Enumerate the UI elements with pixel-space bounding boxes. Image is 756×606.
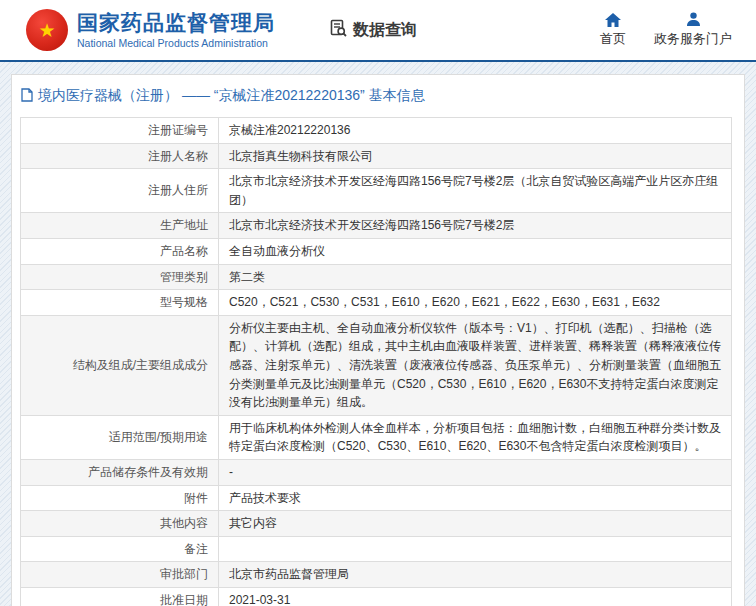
row-value: 北京市北京经济技术开发区经海四路156号院7号楼2层（北京自贸试验区高端产业片区…: [219, 169, 732, 213]
row-label: 备注: [21, 536, 219, 562]
data-query-icon: [329, 19, 348, 42]
row-label: 管理类别: [21, 264, 219, 290]
table-row: 注册证编号 京械注准20212220136: [21, 118, 732, 144]
table-row: 注册人住所 北京市北京经济技术开发区经海四路156号院7号楼2层（北京自贸试验区…: [21, 169, 732, 213]
content-container: 境内医疗器械（注册） —— “京械注准20212220136” 基本信息 注册证…: [11, 74, 745, 606]
table-row: 批准日期 2021-03-31: [21, 587, 732, 606]
table-row: 结构及组成/主要组成成分 分析仪主要由主机、全自动血液分析仪软件（版本号：V1）…: [21, 315, 732, 415]
data-query-label: 数据查询: [353, 20, 417, 41]
table-row: 其他内容 其它内容: [21, 511, 732, 537]
row-value: -: [219, 459, 732, 485]
table-row: 审批部门 北京市药品监督管理局: [21, 562, 732, 588]
table-row: 管理类别 第二类: [21, 264, 732, 290]
header-nav: 首页 政务服务门户: [600, 12, 742, 48]
nav-home[interactable]: 首页: [600, 12, 626, 48]
row-value: 北京指真生物科技有限公司: [219, 143, 732, 169]
row-value: 京械注准20212220136: [219, 118, 732, 144]
row-label: 结构及组成/主要组成成分: [21, 315, 219, 415]
site-header: ★ 国家药品监督管理局 National Medical Products Ad…: [0, 0, 756, 62]
table-row: 适用范围/预期用途 用于临床机构体外检测人体全血样本，分析项目包括：血细胞计数，…: [21, 415, 732, 459]
table-row: 产品储存条件及有效期 -: [21, 459, 732, 485]
row-label: 生产地址: [21, 213, 219, 239]
row-label: 型号规格: [21, 290, 219, 316]
row-value: 北京市北京经济技术开发区经海四路156号院7号楼2层: [219, 213, 732, 239]
row-label: 附件: [21, 485, 219, 511]
row-value: 全自动血液分析仪: [219, 238, 732, 264]
site-subtitle: National Medical Products Administration: [77, 37, 275, 49]
main-background: 境内医疗器械（注册） —— “京械注准20212220136” 基本信息 注册证…: [0, 62, 756, 606]
row-label: 审批部门: [21, 562, 219, 588]
table-row: 备注: [21, 536, 732, 562]
row-label: 适用范围/预期用途: [21, 415, 219, 459]
document-icon: [21, 88, 33, 105]
site-title: 国家药品监督管理局: [77, 11, 275, 35]
breadcrumb-text: 境内医疗器械（注册） —— “京械注准20212220136” 基本信息: [38, 87, 425, 105]
row-label: 产品储存条件及有效期: [21, 459, 219, 485]
row-value: C520，C521，C530，C531，E610，E620，E621，E622，…: [219, 290, 732, 316]
row-value: 2021-03-31: [219, 587, 732, 606]
nav-home-label: 首页: [600, 30, 626, 48]
table-row: 附件 产品技术要求: [21, 485, 732, 511]
row-label: 注册人名称: [21, 143, 219, 169]
nav-gov-portal[interactable]: 政务服务门户: [654, 12, 732, 48]
data-query-tab[interactable]: 数据查询: [329, 19, 417, 42]
brand: ★ 国家药品监督管理局 National Medical Products Ad…: [26, 9, 275, 51]
national-emblem-logo: ★: [26, 9, 68, 51]
row-label: 注册人住所: [21, 169, 219, 213]
table-row: 生产地址 北京市北京经济技术开发区经海四路156号院7号楼2层: [21, 213, 732, 239]
row-label: 其他内容: [21, 511, 219, 537]
row-value: 北京市药品监督管理局: [219, 562, 732, 588]
emblem-star-icon: ★: [38, 21, 55, 40]
home-icon: [605, 12, 621, 27]
row-value: 分析仪主要由主机、全自动血液分析仪软件（版本号：V1）、打印机（选配）、扫描枪（…: [219, 315, 732, 415]
row-value: 其它内容: [219, 511, 732, 537]
row-value: [219, 536, 732, 562]
row-label: 产品名称: [21, 238, 219, 264]
table-row: 型号规格 C520，C521，C530，C531，E610，E620，E621，…: [21, 290, 732, 316]
row-value: 用于临床机构体外检测人体全血样本，分析项目包括：血细胞计数，白细胞五种群分类计数…: [219, 415, 732, 459]
row-value: 第二类: [219, 264, 732, 290]
user-icon: [686, 12, 701, 27]
breadcrumb: 境内医疗器械（注册） —— “京械注准20212220136” 基本信息: [12, 83, 744, 113]
table-row: 产品名称 全自动血液分析仪: [21, 238, 732, 264]
row-value: 产品技术要求: [219, 485, 732, 511]
row-label: 批准日期: [21, 587, 219, 606]
nav-gov-portal-label: 政务服务门户: [654, 30, 732, 48]
row-label: 注册证编号: [21, 118, 219, 144]
table-row: 注册人名称 北京指真生物科技有限公司: [21, 143, 732, 169]
info-table: 注册证编号 京械注准20212220136 注册人名称 北京指真生物科技有限公司…: [20, 117, 732, 606]
